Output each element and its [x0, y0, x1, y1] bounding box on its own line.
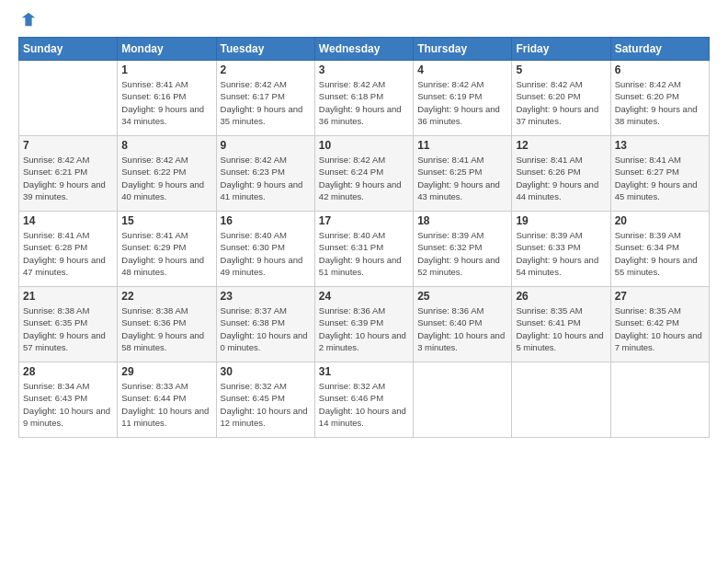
calendar-table: SundayMondayTuesdayWednesdayThursdayFrid…	[18, 37, 710, 438]
calendar-day-cell: 28 Sunrise: 8:34 AM Sunset: 6:43 PM Dayl…	[19, 362, 118, 438]
day-info: Sunrise: 8:32 AM Sunset: 6:46 PM Dayligh…	[319, 380, 409, 429]
day-info: Sunrise: 8:32 AM Sunset: 6:45 PM Dayligh…	[221, 380, 311, 429]
calendar-header-row: SundayMondayTuesdayWednesdayThursdayFrid…	[19, 38, 710, 61]
day-info: Sunrise: 8:40 AM Sunset: 6:30 PM Dayligh…	[221, 229, 311, 278]
day-info: Sunrise: 8:35 AM Sunset: 6:42 PM Dayligh…	[615, 304, 705, 353]
day-info: Sunrise: 8:42 AM Sunset: 6:18 PM Dayligh…	[319, 78, 409, 127]
calendar-week-row: 21 Sunrise: 8:38 AM Sunset: 6:35 PM Dayl…	[19, 287, 710, 362]
day-info: Sunrise: 8:36 AM Sunset: 6:39 PM Dayligh…	[319, 304, 409, 353]
day-info: Sunrise: 8:41 AM Sunset: 6:27 PM Dayligh…	[615, 154, 705, 202]
day-info: Sunrise: 8:35 AM Sunset: 6:41 PM Dayligh…	[516, 304, 606, 353]
calendar-day-cell: 22 Sunrise: 8:38 AM Sunset: 6:36 PM Dayl…	[118, 287, 216, 362]
day-number: 17	[319, 214, 409, 227]
day-number: 30	[221, 365, 311, 378]
calendar-day-cell: 27 Sunrise: 8:35 AM Sunset: 6:42 PM Dayl…	[610, 287, 709, 362]
calendar-day-cell: 4 Sunrise: 8:42 AM Sunset: 6:19 PM Dayli…	[414, 61, 512, 136]
day-number: 26	[516, 290, 606, 303]
calendar-day-cell: 6 Sunrise: 8:42 AM Sunset: 6:20 PM Dayli…	[610, 61, 709, 136]
calendar-day-cell: 12 Sunrise: 8:41 AM Sunset: 6:26 PM Dayl…	[512, 136, 610, 212]
calendar-day-cell: 30 Sunrise: 8:32 AM Sunset: 6:45 PM Dayl…	[216, 362, 314, 438]
day-number: 28	[23, 365, 113, 378]
calendar-day-cell: 24 Sunrise: 8:36 AM Sunset: 6:39 PM Dayl…	[314, 287, 413, 362]
day-number: 29	[121, 365, 211, 378]
day-info: Sunrise: 8:42 AM Sunset: 6:17 PM Dayligh…	[221, 78, 311, 127]
day-number: 15	[121, 214, 211, 227]
day-info: Sunrise: 8:41 AM Sunset: 6:26 PM Dayligh…	[516, 154, 606, 202]
logo-flag-icon	[20, 11, 37, 28]
calendar-day-cell: 8 Sunrise: 8:42 AM Sunset: 6:22 PM Dayli…	[118, 136, 216, 212]
day-info: Sunrise: 8:34 AM Sunset: 6:43 PM Dayligh…	[23, 380, 113, 429]
day-number: 27	[615, 290, 705, 303]
day-info: Sunrise: 8:42 AM Sunset: 6:19 PM Dayligh…	[417, 78, 507, 127]
calendar-day-cell: 26 Sunrise: 8:35 AM Sunset: 6:41 PM Dayl…	[512, 287, 610, 362]
day-info: Sunrise: 8:39 AM Sunset: 6:34 PM Dayligh…	[615, 229, 705, 278]
day-info: Sunrise: 8:40 AM Sunset: 6:31 PM Dayligh…	[319, 229, 409, 278]
calendar-header-saturday: Saturday	[610, 38, 709, 61]
calendar-day-cell	[414, 362, 512, 438]
calendar-header-friday: Friday	[512, 38, 610, 61]
calendar-header-thursday: Thursday	[414, 38, 512, 61]
day-info: Sunrise: 8:41 AM Sunset: 6:29 PM Dayligh…	[121, 229, 211, 278]
calendar-header-monday: Monday	[118, 38, 216, 61]
calendar-day-cell: 5 Sunrise: 8:42 AM Sunset: 6:20 PM Dayli…	[512, 61, 610, 136]
calendar-day-cell: 25 Sunrise: 8:36 AM Sunset: 6:40 PM Dayl…	[414, 287, 512, 362]
calendar-day-cell: 3 Sunrise: 8:42 AM Sunset: 6:18 PM Dayli…	[314, 61, 413, 136]
day-info: Sunrise: 8:37 AM Sunset: 6:38 PM Dayligh…	[221, 304, 311, 353]
day-number: 11	[417, 139, 507, 152]
day-info: Sunrise: 8:33 AM Sunset: 6:44 PM Dayligh…	[121, 380, 211, 429]
day-number: 31	[319, 365, 409, 378]
calendar-day-cell: 1 Sunrise: 8:41 AM Sunset: 6:16 PM Dayli…	[118, 61, 216, 136]
day-number: 5	[516, 63, 606, 76]
day-info: Sunrise: 8:38 AM Sunset: 6:35 PM Dayligh…	[23, 304, 113, 353]
day-number: 18	[417, 214, 507, 227]
day-number: 16	[221, 214, 311, 227]
day-info: Sunrise: 8:42 AM Sunset: 6:22 PM Dayligh…	[121, 154, 211, 202]
day-number: 14	[23, 214, 113, 227]
day-info: Sunrise: 8:38 AM Sunset: 6:36 PM Dayligh…	[121, 304, 211, 353]
calendar-day-cell: 13 Sunrise: 8:41 AM Sunset: 6:27 PM Dayl…	[610, 136, 709, 212]
day-number: 13	[615, 139, 705, 152]
calendar-day-cell: 20 Sunrise: 8:39 AM Sunset: 6:34 PM Dayl…	[610, 212, 709, 287]
calendar-day-cell: 9 Sunrise: 8:42 AM Sunset: 6:23 PM Dayli…	[216, 136, 314, 212]
calendar-day-cell: 18 Sunrise: 8:39 AM Sunset: 6:32 PM Dayl…	[414, 212, 512, 287]
calendar-day-cell: 10 Sunrise: 8:42 AM Sunset: 6:24 PM Dayl…	[314, 136, 413, 212]
calendar-week-row: 14 Sunrise: 8:41 AM Sunset: 6:28 PM Dayl…	[19, 212, 710, 287]
calendar-header-wednesday: Wednesday	[314, 38, 413, 61]
calendar-day-cell: 2 Sunrise: 8:42 AM Sunset: 6:17 PM Dayli…	[216, 61, 314, 136]
day-info: Sunrise: 8:41 AM Sunset: 6:16 PM Dayligh…	[121, 78, 211, 127]
calendar-day-cell	[19, 61, 118, 136]
page: SundayMondayTuesdayWednesdayThursdayFrid…	[0, 0, 728, 563]
day-info: Sunrise: 8:41 AM Sunset: 6:25 PM Dayligh…	[417, 154, 507, 202]
day-number: 2	[221, 63, 311, 76]
day-number: 9	[221, 139, 311, 152]
day-number: 22	[121, 290, 211, 303]
header	[18, 15, 710, 28]
logo	[18, 15, 37, 28]
calendar-week-row: 1 Sunrise: 8:41 AM Sunset: 6:16 PM Dayli…	[19, 61, 710, 136]
day-number: 6	[615, 63, 705, 76]
svg-marker-0	[22, 13, 35, 26]
calendar-day-cell: 7 Sunrise: 8:42 AM Sunset: 6:21 PM Dayli…	[19, 136, 118, 212]
day-info: Sunrise: 8:42 AM Sunset: 6:21 PM Dayligh…	[23, 154, 113, 202]
calendar-day-cell: 21 Sunrise: 8:38 AM Sunset: 6:35 PM Dayl…	[19, 287, 118, 362]
calendar-week-row: 7 Sunrise: 8:42 AM Sunset: 6:21 PM Dayli…	[19, 136, 710, 212]
day-number: 19	[516, 214, 606, 227]
day-number: 10	[319, 139, 409, 152]
calendar-header-sunday: Sunday	[19, 38, 118, 61]
day-info: Sunrise: 8:42 AM Sunset: 6:20 PM Dayligh…	[516, 78, 606, 127]
day-number: 21	[23, 290, 113, 303]
calendar-day-cell	[610, 362, 709, 438]
day-info: Sunrise: 8:42 AM Sunset: 6:20 PM Dayligh…	[615, 78, 705, 127]
day-info: Sunrise: 8:39 AM Sunset: 6:33 PM Dayligh…	[516, 229, 606, 278]
day-number: 4	[417, 63, 507, 76]
day-number: 1	[121, 63, 211, 76]
calendar-day-cell: 15 Sunrise: 8:41 AM Sunset: 6:29 PM Dayl…	[118, 212, 216, 287]
day-info: Sunrise: 8:42 AM Sunset: 6:24 PM Dayligh…	[319, 154, 409, 202]
day-number: 3	[319, 63, 409, 76]
calendar-day-cell: 19 Sunrise: 8:39 AM Sunset: 6:33 PM Dayl…	[512, 212, 610, 287]
calendar-day-cell: 11 Sunrise: 8:41 AM Sunset: 6:25 PM Dayl…	[414, 136, 512, 212]
day-number: 7	[23, 139, 113, 152]
day-info: Sunrise: 8:39 AM Sunset: 6:32 PM Dayligh…	[417, 229, 507, 278]
day-number: 12	[516, 139, 606, 152]
day-number: 23	[221, 290, 311, 303]
